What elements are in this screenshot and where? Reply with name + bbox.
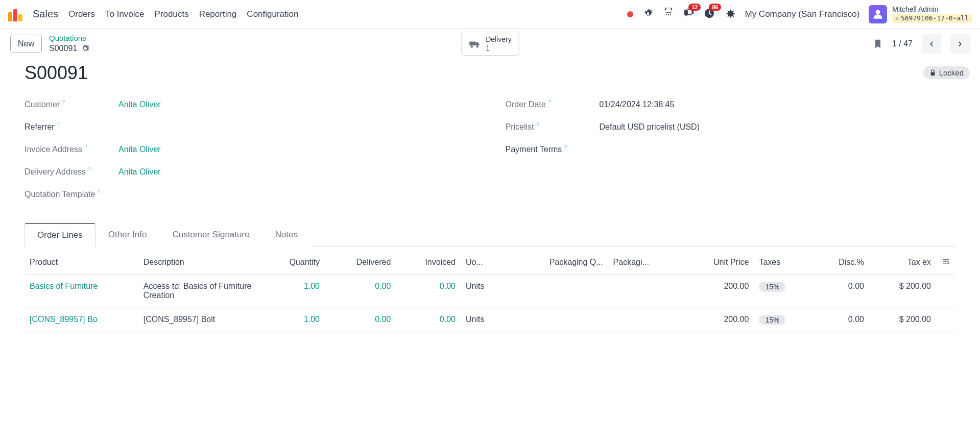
cell-disc: 0.00 [812,275,869,308]
tab-order-lines[interactable]: Order Lines [25,223,95,246]
breadcrumb-root[interactable]: Quotations [49,33,89,43]
table-settings-icon[interactable] [941,257,950,266]
phone-icon[interactable] [663,8,674,20]
cell-taxes: 15% [754,308,812,333]
customer-value[interactable]: Anita Oliver [118,100,161,109]
th-taxes[interactable]: Taxes [754,251,812,275]
activities-badge: 86 [709,4,721,11]
cell-pack-qty [507,275,608,308]
avatar [869,5,887,23]
table-row[interactable]: [CONS_89957] Bo[CONS_89957] Bolt1.000.00… [25,308,955,333]
help-icon[interactable]: ? [536,121,539,128]
cell-quantity[interactable]: 1.00 [260,308,325,333]
activities-icon[interactable]: 86 [704,8,715,20]
database-icon: ≡ [895,15,899,21]
company-selector[interactable]: My Company (San Francisco) [745,9,859,19]
th-uom[interactable]: Uo... [461,251,507,275]
bookmark-icon[interactable] [873,38,883,50]
new-button[interactable]: New [10,35,42,53]
svg-point-4 [946,259,948,260]
bug-icon[interactable] [642,8,654,20]
app-logo[interactable] [8,7,22,21]
cell-product[interactable]: Basics of Furniture [25,275,138,308]
tools-icon[interactable] [724,8,735,20]
user-menu[interactable]: Mitchell Admin ≡56979106-17-0-all [869,5,972,23]
cell-invoiced[interactable]: 0.00 [396,308,461,333]
quotation-template-label: Quotation Template [25,190,95,199]
delivery-stat-button[interactable]: Delivery 1 [461,32,519,56]
nav-to-invoice[interactable]: To Invoice [105,9,145,19]
prev-button[interactable] [922,34,941,54]
th-delivered[interactable]: Delivered [325,251,396,275]
svg-point-5 [945,261,946,262]
cell-packaging [608,308,682,333]
pricelist-label: Pricelist [506,122,534,132]
order-lines-table: Product Description Quantity Delivered I… [25,251,955,333]
truck-icon [468,39,481,48]
control-bar: New Quotations S00091 Delivery 1 1 / 47 [0,29,980,59]
nav-reporting[interactable]: Reporting [199,9,237,19]
breadcrumb-current: S00091 [49,43,77,54]
th-quantity[interactable]: Quantity [260,251,325,275]
svg-point-0 [876,10,880,14]
th-packaging-qty[interactable]: Packaging Q... [507,251,608,275]
th-product[interactable]: Product [25,251,138,275]
cell-delivered[interactable]: 0.00 [325,275,396,308]
cell-delivered[interactable]: 0.00 [325,308,396,333]
help-icon[interactable]: ? [62,99,65,105]
th-disc[interactable]: Disc.% [812,251,869,275]
cell-tax-ex: $ 200.00 [869,308,936,333]
messages-icon[interactable]: 12 [683,8,695,20]
cell-product[interactable]: [CONS_89957] Bo [25,308,138,333]
cell-uom: Units [461,275,507,308]
user-db: ≡56979106-17-0-all [892,14,972,23]
tab-customer-signature[interactable]: Customer Signature [159,223,262,246]
tab-other-info[interactable]: Other Info [95,223,160,246]
form-view: Locked S00091 Customer? Anita Oliver Ref… [0,62,980,353]
delivery-stat-label: Delivery [486,35,512,44]
invoice-address-value[interactable]: Anita Oliver [118,145,161,154]
nav-orders[interactable]: Orders [68,9,95,19]
customer-label: Customer [25,100,60,109]
table-row[interactable]: Basics of FurnitureAccess to: Basics of … [25,275,955,308]
next-button[interactable] [950,34,970,54]
user-name: Mitchell Admin [892,5,972,14]
delivery-address-value[interactable]: Anita Oliver [118,167,161,177]
help-icon[interactable]: ? [548,99,551,105]
order-date-label: Order Date [506,100,546,109]
help-icon[interactable]: ? [564,144,567,150]
app-name[interactable]: Sales [33,8,58,20]
pricelist-value: Default USD pricelist (USD) [600,122,700,132]
cell-description: Access to: Basics of Furniture Creation [138,275,260,308]
invoice-address-label: Invoice Address [25,145,82,154]
nav-products[interactable]: Products [155,9,189,19]
svg-rect-1 [469,41,475,45]
topbar-right: 12 86 My Company (San Francisco) Mitchel… [627,5,972,23]
th-packaging[interactable]: Packagi... [608,251,682,275]
th-description[interactable]: Description [138,251,260,275]
cell-taxes: 15% [754,275,812,308]
status-dot-icon[interactable] [627,11,633,17]
delivery-address-label: Delivery Address [25,167,86,177]
th-unit-price[interactable]: Unit Price [681,251,754,275]
help-icon[interactable]: ? [88,166,91,172]
tax-pill: 15% [759,282,785,292]
help-icon[interactable]: ? [57,121,60,128]
pager-text[interactable]: 1 / 47 [892,39,913,48]
messages-badge: 12 [688,4,701,11]
cell-uom: Units [461,308,507,333]
cell-invoiced[interactable]: 0.00 [396,275,461,308]
help-icon[interactable]: ? [84,144,87,150]
tab-notes[interactable]: Notes [262,223,310,246]
gear-icon[interactable] [81,44,89,53]
th-tax-excl[interactable]: Tax ex [869,251,936,275]
record-title: S00091 [25,62,955,84]
cell-quantity[interactable]: 1.00 [260,275,325,308]
breadcrumb: Quotations S00091 [49,33,89,54]
order-date-value: 01/24/2024 12:38:45 [600,100,675,109]
nav-configuration[interactable]: Configuration [247,9,298,19]
locked-badge: Locked [923,66,970,79]
lock-icon [929,69,936,76]
th-invoiced[interactable]: Invoiced [396,251,461,275]
help-icon[interactable]: ? [97,189,100,195]
